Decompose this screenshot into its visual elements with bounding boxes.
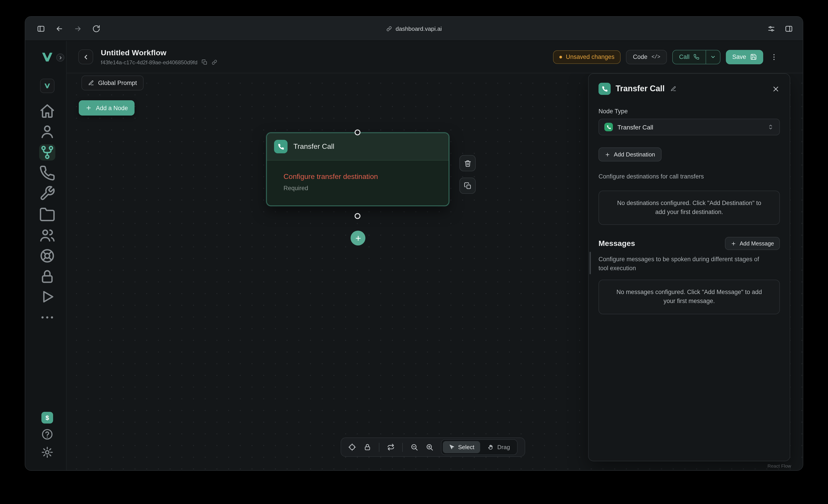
screen: dashboard.vapi.ai <box>0 0 828 504</box>
node-type-phone-icon <box>604 123 613 131</box>
code-button[interactable]: Code </> <box>626 50 667 64</box>
add-node-button[interactable]: Add a Node <box>79 100 135 116</box>
cursor-icon <box>449 444 455 450</box>
call-button-label: Call <box>679 53 690 60</box>
workflow-title-block: Untitled Workflow f43fe14a-c17c-4d2f-89a… <box>101 48 217 65</box>
pointer-mode-group: Select Drag <box>441 439 518 455</box>
plus-icon <box>85 105 92 111</box>
sidebar-item-more-icon[interactable] <box>39 309 55 325</box>
sidebar-item-api-keys-icon[interactable] <box>39 268 55 285</box>
sidebar-expand-button[interactable] <box>56 53 64 61</box>
save-button[interactable]: Save <box>726 50 763 64</box>
node-phone-icon <box>274 140 288 153</box>
node-inspector-panel: Transfer Call Node Type Transfer Call <box>588 73 790 461</box>
global-prompt-label: Global Prompt <box>98 80 137 86</box>
close-panel-icon[interactable] <box>772 85 780 93</box>
browser-reload-icon[interactable] <box>92 25 100 33</box>
sidebar-item-support-icon[interactable] <box>39 248 55 264</box>
add-destination-button[interactable]: Add Destination <box>598 147 662 162</box>
billing-button[interactable]: $ <box>41 412 53 423</box>
destinations-empty-state: No destinations configured. Click "Add D… <box>598 190 780 225</box>
org-switcher-button[interactable] <box>40 79 54 93</box>
rename-node-icon[interactable] <box>670 86 676 92</box>
pencil-icon <box>88 80 94 86</box>
back-button[interactable] <box>78 49 93 64</box>
duplicate-node-button[interactable] <box>459 178 475 194</box>
call-button[interactable]: Call <box>673 50 706 63</box>
drag-mode-button[interactable]: Drag <box>482 441 516 453</box>
trash-icon <box>464 159 471 167</box>
address-bar[interactable]: dashboard.vapi.ai <box>386 25 442 32</box>
sidebar-item-workflows-icon[interactable] <box>39 144 55 161</box>
panel-header: Transfer Call <box>598 83 780 95</box>
browser-tune-icon[interactable] <box>767 25 775 33</box>
workflow-canvas[interactable]: Global Prompt Add a Node Transfer Call <box>67 73 803 471</box>
workflow-link-icon[interactable] <box>211 59 217 65</box>
app-header: Untitled Workflow f43fe14a-c17c-4d2f-89a… <box>67 41 803 73</box>
add-message-label: Add Message <box>740 240 774 246</box>
panel-phone-icon <box>598 83 611 95</box>
browser-sidebar-toggle-icon[interactable] <box>37 25 45 33</box>
select-chevrons-icon <box>767 124 774 130</box>
main-column: Untitled Workflow f43fe14a-c17c-4d2f-89a… <box>67 41 803 471</box>
vapi-logo-icon[interactable] <box>41 51 53 63</box>
page-title: Untitled Workflow <box>101 48 217 57</box>
settings-gear-icon[interactable] <box>41 446 53 459</box>
global-prompt-button[interactable]: Global Prompt <box>81 76 144 90</box>
sidebar-item-squads-icon[interactable] <box>39 227 55 243</box>
node-type-select[interactable]: Transfer Call <box>598 119 780 135</box>
node-type-label: Node Type <box>598 108 780 114</box>
header-actions: Unsaved changes Code </> Call <box>553 50 779 64</box>
code-button-label: Code <box>633 53 648 60</box>
node-action-buttons <box>459 155 475 194</box>
panel-resize-handle[interactable] <box>589 252 591 274</box>
browser-panel-toggle-icon[interactable] <box>785 25 793 33</box>
help-icon[interactable] <box>41 428 53 441</box>
node-body: Configure transfer destination Required <box>267 161 449 205</box>
node-type-value: Transfer Call <box>617 124 763 131</box>
lock-canvas-icon[interactable] <box>364 443 371 451</box>
browser-back-icon[interactable] <box>55 25 64 33</box>
kebab-icon <box>770 53 778 61</box>
node-header: Transfer Call <box>267 133 449 161</box>
sidebar-item-home-icon[interactable] <box>39 103 55 119</box>
toolbar-divider <box>402 443 403 452</box>
transfer-call-node[interactable]: Transfer Call Configure transfer destina… <box>266 133 449 206</box>
add-message-button[interactable]: Add Message <box>725 237 780 250</box>
delete-node-button[interactable] <box>459 155 475 171</box>
save-icon <box>750 53 757 60</box>
fit-view-icon[interactable] <box>348 443 356 451</box>
sidebar-item-phone-numbers-icon[interactable] <box>39 165 55 181</box>
add-connected-node-button[interactable] <box>350 231 365 245</box>
sidebar-item-test-icon[interactable] <box>39 289 55 305</box>
select-mode-button[interactable]: Select <box>443 441 480 453</box>
add-destination-label: Add Destination <box>614 151 655 158</box>
destinations-hint: Configure destinations for call transfer… <box>598 172 780 181</box>
workflow-id: f43fe14a-c17c-4d2f-89ae-ed406850d9fd <box>101 59 198 65</box>
sidebar-item-assistants-icon[interactable] <box>39 124 55 140</box>
unsaved-changes-badge: Unsaved changes <box>553 50 621 63</box>
call-dropdown-button[interactable] <box>706 50 720 63</box>
sidebar-item-files-icon[interactable] <box>39 207 55 223</box>
node-handle-bottom[interactable] <box>355 213 361 219</box>
browser-nav-controls <box>37 25 100 33</box>
auto-layout-icon[interactable] <box>387 443 395 451</box>
browser-toolbar-right <box>767 25 793 33</box>
sidebar-item-tools-icon[interactable] <box>39 185 55 201</box>
node-title: Transfer Call <box>293 142 334 151</box>
browser-chrome: dashboard.vapi.ai <box>25 17 803 41</box>
zoom-out-icon[interactable] <box>410 443 418 451</box>
zoom-in-icon[interactable] <box>426 443 433 451</box>
header-menu-button[interactable] <box>769 50 779 64</box>
code-glyph: </> <box>651 54 660 60</box>
node-required-text: Required <box>284 185 440 191</box>
app-sidebar: $ <box>25 41 67 471</box>
unsaved-badge-label: Unsaved changes <box>566 53 615 60</box>
node-handle-top[interactable] <box>355 130 361 135</box>
node-warning-text: Configure transfer destination <box>284 173 440 181</box>
messages-title: Messages <box>598 239 635 248</box>
browser-forward-icon[interactable] <box>74 25 82 33</box>
copy-id-icon[interactable] <box>202 59 207 65</box>
unsaved-dot <box>560 55 562 58</box>
messages-header-row: Messages Add Message <box>598 237 780 250</box>
